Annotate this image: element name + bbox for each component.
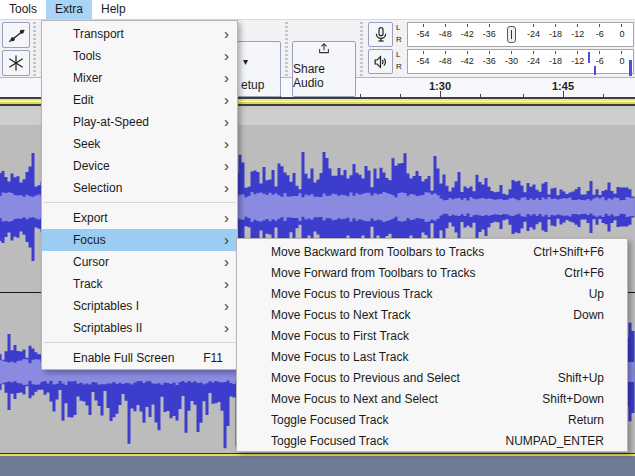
toolbar-grip[interactable] <box>360 22 363 76</box>
recording-volume-slider-thumb[interactable] <box>507 26 516 43</box>
db-label: 0 <box>619 29 624 40</box>
extra-menu-dropdown: Transport› Tools› Mixer› Edit› Play-at-S… <box>41 20 238 370</box>
shortcut-label: Shift+Down <box>542 392 604 406</box>
db-label: -6 <box>596 56 604 67</box>
menu-item-export[interactable]: Export› <box>42 207 237 229</box>
multi-tool-button[interactable] <box>2 50 30 76</box>
db-label: -36 <box>483 29 496 40</box>
submenu-item-toggle-focused-track-numpad[interactable]: Toggle Focused TrackNUMPAD_ENTER <box>237 430 627 451</box>
menu-item-edit[interactable]: Edit› <box>42 89 237 111</box>
audacity-window: 1:15 1:30 1:45 <box>0 0 635 476</box>
menu-item-focus[interactable]: Focus› <box>42 229 237 251</box>
db-label: 0 <box>619 56 624 67</box>
toolbar-grip[interactable] <box>285 22 288 76</box>
play-meter-channels: L R <box>396 49 406 73</box>
submenu-item-focus-last-track[interactable]: Move Focus to Last Track <box>237 346 627 367</box>
db-label: -24 <box>527 29 540 40</box>
ruler-tick <box>563 91 564 97</box>
ruler-tick <box>480 94 481 97</box>
submenu-chevron-icon: › <box>224 179 229 196</box>
record-meter-button[interactable] <box>368 22 393 47</box>
focus-submenu: Move Backward from Toolbars to TracksCtr… <box>236 238 628 452</box>
db-label: -6 <box>596 29 604 40</box>
submenu-chevron-icon: › <box>224 231 229 248</box>
menu-item-mixer[interactable]: Mixer› <box>42 67 237 89</box>
shortcut-label: Ctrl+Shift+F6 <box>533 245 604 259</box>
toolbar-grip[interactable] <box>33 22 36 76</box>
menubar-item-help[interactable]: Help <box>92 0 135 19</box>
submenu-item-focus-first-track[interactable]: Move Focus to First Track <box>237 325 627 346</box>
menu-item-play-at-speed[interactable]: Play-at-Speed› <box>42 111 237 133</box>
menu-item-track[interactable]: Track› <box>42 273 237 295</box>
audio-setup-button[interactable]: ▾ etup <box>237 41 281 97</box>
menu-item-transport[interactable]: Transport› <box>42 23 237 45</box>
submenu-chevron-icon: › <box>224 135 229 152</box>
submenu-chevron-icon: › <box>224 157 229 174</box>
submenu-chevron-icon: › <box>224 91 229 108</box>
db-label: -54 <box>417 56 430 67</box>
share-upload-icon <box>313 42 335 57</box>
menu-item-selection[interactable]: Selection› <box>42 177 237 199</box>
submenu-item-focus-previous-track[interactable]: Move Focus to Previous TrackUp <box>237 283 627 304</box>
submenu-item-focus-next-track[interactable]: Move Focus to Next TrackDown <box>237 304 627 325</box>
db-label: -24 <box>527 56 540 67</box>
shortcut-label: Ctrl+F6 <box>564 266 604 280</box>
db-label: -30 <box>505 56 518 67</box>
audio-setup-label: etup <box>241 78 264 92</box>
menubar-item-tools[interactable]: Tools <box>0 0 46 19</box>
tracks-background-area <box>0 456 635 476</box>
shortcut-label: Down <box>573 308 604 322</box>
play-meter-button[interactable] <box>368 49 393 74</box>
menu-item-scriptables-1[interactable]: Scriptables I› <box>42 295 237 317</box>
db-label: -18 <box>549 56 562 67</box>
db-label: -12 <box>571 56 584 67</box>
db-label: -42 <box>461 29 474 40</box>
menu-item-scriptables-2[interactable]: Scriptables II› <box>42 317 237 339</box>
submenu-item-focus-next-select[interactable]: Move Focus to Next and SelectShift+Down <box>237 388 627 409</box>
shortcut-label: F11 <box>203 351 223 365</box>
envelope-tool-button[interactable] <box>2 22 30 48</box>
ruler-tick <box>360 94 361 97</box>
menu-separator <box>44 202 235 203</box>
microphone-icon <box>373 26 389 44</box>
shortcut-label: Up <box>589 287 604 301</box>
db-label: -48 <box>439 56 452 67</box>
submenu-item-move-forward-toolbars[interactable]: Move Forward from Toolbars to TracksCtrl… <box>237 262 627 283</box>
submenu-chevron-icon: › <box>224 275 229 292</box>
db-label: -48 <box>439 29 452 40</box>
recording-meter[interactable]: -54 -48 -42 -36 -24 -18 -12 -6 0 <box>407 22 634 47</box>
playback-level-mark <box>594 66 596 75</box>
ruler-tick <box>523 94 524 97</box>
envelope-tool-icon <box>6 25 26 45</box>
submenu-item-focus-previous-select[interactable]: Move Focus to Previous and SelectShift+U… <box>237 367 627 388</box>
menu-bar: Tools Extra Help <box>0 0 635 20</box>
playback-meter[interactable]: -54 -48 -42 -36 -30 -24 -18 -12 -6 0 <box>407 49 634 74</box>
menu-separator <box>44 342 235 343</box>
record-meter-channels: L R <box>396 22 406 46</box>
shortcut-label: Shift+Up <box>558 371 604 385</box>
db-label: -12 <box>571 29 584 40</box>
submenu-chevron-icon: › <box>224 319 229 336</box>
menu-item-enable-full-screen[interactable]: Enable Full ScreenF11 <box>42 347 237 369</box>
playback-slider-thumb[interactable] <box>629 60 632 76</box>
share-audio-label: Share Audio <box>293 62 355 90</box>
submenu-item-move-backward-toolbars[interactable]: Move Backward from Toolbars to TracksCtr… <box>237 241 627 262</box>
menu-item-cursor[interactable]: Cursor› <box>42 251 237 273</box>
playback-level-mark <box>588 52 590 63</box>
submenu-chevron-icon: › <box>224 297 229 314</box>
dropdown-arrow-icon: ▾ <box>243 56 248 67</box>
submenu-chevron-icon: › <box>224 253 229 270</box>
multi-tool-icon <box>6 53 26 73</box>
ruler-tick <box>603 94 604 97</box>
share-audio-button[interactable]: Share Audio <box>292 41 356 97</box>
menu-item-tools[interactable]: Tools› <box>42 45 237 67</box>
shortcut-label: NUMPAD_ENTER <box>506 434 604 448</box>
menubar-item-extra[interactable]: Extra <box>46 0 92 19</box>
menu-item-device[interactable]: Device› <box>42 155 237 177</box>
submenu-chevron-icon: › <box>224 69 229 86</box>
db-label: -42 <box>461 56 474 67</box>
db-label: -36 <box>483 56 496 67</box>
menu-item-seek[interactable]: Seek› <box>42 133 237 155</box>
speaker-icon <box>372 54 389 70</box>
submenu-item-toggle-focused-track-return[interactable]: Toggle Focused TrackReturn <box>237 409 627 430</box>
